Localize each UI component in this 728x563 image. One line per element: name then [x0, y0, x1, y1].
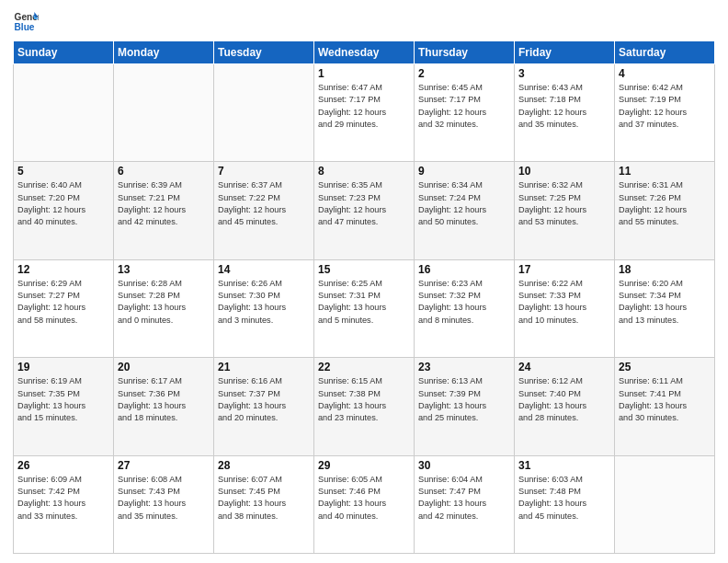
day-cell: 22Sunrise: 6:15 AM Sunset: 7:38 PM Dayli…	[314, 358, 415, 455]
calendar: SundayMondayTuesdayWednesdayThursdayFrid…	[13, 40, 715, 554]
day-number: 10	[518, 165, 610, 178]
day-cell: 5Sunrise: 6:40 AM Sunset: 7:20 PM Daylig…	[14, 162, 114, 259]
day-header-wednesday: Wednesday	[314, 41, 415, 64]
day-number: 13	[118, 263, 210, 276]
day-cell: 18Sunrise: 6:20 AM Sunset: 7:34 PM Dayli…	[615, 259, 715, 357]
page: General Blue SundayMondayTuesdayWednesda…	[0, 0, 728, 563]
day-number: 11	[619, 165, 711, 178]
day-header-sunday: Sunday	[14, 41, 114, 64]
day-info: Sunrise: 6:28 AM Sunset: 7:28 PM Dayligh…	[118, 278, 210, 327]
day-number: 1	[318, 67, 410, 80]
day-info: Sunrise: 6:15 AM Sunset: 7:38 PM Dayligh…	[318, 375, 410, 424]
day-cell: 6Sunrise: 6:39 AM Sunset: 7:21 PM Daylig…	[114, 162, 214, 259]
day-info: Sunrise: 6:47 AM Sunset: 7:17 PM Dayligh…	[318, 82, 410, 131]
week-row-2: 5Sunrise: 6:40 AM Sunset: 7:20 PM Daylig…	[14, 162, 715, 259]
day-cell	[615, 455, 715, 553]
day-info: Sunrise: 6:04 AM Sunset: 7:47 PM Dayligh…	[418, 474, 510, 523]
day-number: 18	[619, 263, 711, 276]
day-cell: 4Sunrise: 6:42 AM Sunset: 7:19 PM Daylig…	[615, 64, 715, 162]
day-number: 21	[218, 361, 310, 373]
day-number: 31	[518, 459, 610, 472]
day-info: Sunrise: 6:45 AM Sunset: 7:17 PM Dayligh…	[418, 82, 510, 131]
day-number: 20	[118, 361, 210, 373]
day-info: Sunrise: 6:07 AM Sunset: 7:45 PM Dayligh…	[218, 474, 310, 523]
day-cell: 21Sunrise: 6:16 AM Sunset: 7:37 PM Dayli…	[214, 358, 314, 455]
day-cell: 8Sunrise: 6:35 AM Sunset: 7:23 PM Daylig…	[314, 162, 415, 259]
day-info: Sunrise: 6:08 AM Sunset: 7:43 PM Dayligh…	[118, 474, 210, 523]
day-number: 17	[518, 263, 610, 276]
day-info: Sunrise: 6:26 AM Sunset: 7:30 PM Dayligh…	[218, 278, 310, 327]
day-cell: 16Sunrise: 6:23 AM Sunset: 7:32 PM Dayli…	[415, 259, 515, 357]
week-row-3: 12Sunrise: 6:29 AM Sunset: 7:27 PM Dayli…	[14, 259, 715, 357]
day-cell: 28Sunrise: 6:07 AM Sunset: 7:45 PM Dayli…	[214, 455, 314, 553]
day-info: Sunrise: 6:17 AM Sunset: 7:36 PM Dayligh…	[118, 375, 210, 424]
day-number: 9	[418, 165, 510, 178]
day-number: 8	[318, 165, 410, 178]
day-info: Sunrise: 6:42 AM Sunset: 7:19 PM Dayligh…	[619, 82, 711, 131]
day-number: 4	[619, 67, 711, 80]
day-number: 12	[17, 263, 109, 276]
day-info: Sunrise: 6:39 AM Sunset: 7:21 PM Dayligh…	[118, 179, 210, 228]
day-number: 29	[318, 459, 410, 472]
day-cell: 23Sunrise: 6:13 AM Sunset: 7:39 PM Dayli…	[415, 358, 515, 455]
day-cell	[114, 64, 214, 162]
day-number: 22	[318, 361, 410, 373]
day-number: 3	[518, 67, 610, 80]
svg-text:Blue: Blue	[15, 22, 35, 32]
day-number: 27	[118, 459, 210, 472]
day-info: Sunrise: 6:19 AM Sunset: 7:35 PM Dayligh…	[17, 375, 109, 424]
day-cell: 30Sunrise: 6:04 AM Sunset: 7:47 PM Dayli…	[415, 455, 515, 553]
day-info: Sunrise: 6:34 AM Sunset: 7:24 PM Dayligh…	[418, 179, 510, 228]
day-info: Sunrise: 6:32 AM Sunset: 7:25 PM Dayligh…	[518, 179, 610, 228]
day-cell: 15Sunrise: 6:25 AM Sunset: 7:31 PM Dayli…	[314, 259, 415, 357]
day-number: 26	[17, 459, 109, 472]
day-number: 24	[518, 361, 610, 373]
day-number: 6	[118, 165, 210, 178]
logo: General Blue	[13, 9, 39, 35]
day-info: Sunrise: 6:23 AM Sunset: 7:32 PM Dayligh…	[418, 278, 510, 327]
day-number: 23	[418, 361, 510, 373]
day-cell: 11Sunrise: 6:31 AM Sunset: 7:26 PM Dayli…	[615, 162, 715, 259]
day-cell: 1Sunrise: 6:47 AM Sunset: 7:17 PM Daylig…	[314, 64, 415, 162]
day-cell: 13Sunrise: 6:28 AM Sunset: 7:28 PM Dayli…	[114, 259, 214, 357]
day-cell: 17Sunrise: 6:22 AM Sunset: 7:33 PM Dayli…	[515, 259, 615, 357]
day-number: 14	[218, 263, 310, 276]
day-cell: 20Sunrise: 6:17 AM Sunset: 7:36 PM Dayli…	[114, 358, 214, 455]
day-cell: 31Sunrise: 6:03 AM Sunset: 7:48 PM Dayli…	[515, 455, 615, 553]
day-number: 16	[418, 263, 510, 276]
day-cell	[14, 64, 114, 162]
day-info: Sunrise: 6:05 AM Sunset: 7:46 PM Dayligh…	[318, 474, 410, 523]
day-cell: 25Sunrise: 6:11 AM Sunset: 7:41 PM Dayli…	[615, 358, 715, 455]
day-info: Sunrise: 6:16 AM Sunset: 7:37 PM Dayligh…	[218, 375, 310, 424]
day-header-monday: Monday	[114, 41, 214, 64]
day-cell: 10Sunrise: 6:32 AM Sunset: 7:25 PM Dayli…	[515, 162, 615, 259]
day-info: Sunrise: 6:37 AM Sunset: 7:22 PM Dayligh…	[218, 179, 310, 228]
week-row-1: 1Sunrise: 6:47 AM Sunset: 7:17 PM Daylig…	[14, 64, 715, 162]
day-info: Sunrise: 6:22 AM Sunset: 7:33 PM Dayligh…	[518, 278, 610, 327]
generalblue-icon: General Blue	[13, 9, 39, 35]
day-number: 30	[418, 459, 510, 472]
day-cell: 3Sunrise: 6:43 AM Sunset: 7:18 PM Daylig…	[515, 64, 615, 162]
day-cell: 26Sunrise: 6:09 AM Sunset: 7:42 PM Dayli…	[14, 455, 114, 553]
week-row-4: 19Sunrise: 6:19 AM Sunset: 7:35 PM Dayli…	[14, 358, 715, 455]
day-info: Sunrise: 6:13 AM Sunset: 7:39 PM Dayligh…	[418, 375, 510, 424]
days-header-row: SundayMondayTuesdayWednesdayThursdayFrid…	[14, 41, 715, 64]
day-header-tuesday: Tuesday	[214, 41, 314, 64]
day-info: Sunrise: 6:35 AM Sunset: 7:23 PM Dayligh…	[318, 179, 410, 228]
day-cell: 27Sunrise: 6:08 AM Sunset: 7:43 PM Dayli…	[114, 455, 214, 553]
day-cell: 2Sunrise: 6:45 AM Sunset: 7:17 PM Daylig…	[415, 64, 515, 162]
day-header-saturday: Saturday	[615, 41, 715, 64]
day-number: 2	[418, 67, 510, 80]
day-info: Sunrise: 6:11 AM Sunset: 7:41 PM Dayligh…	[619, 375, 711, 424]
day-info: Sunrise: 6:09 AM Sunset: 7:42 PM Dayligh…	[17, 474, 109, 523]
day-number: 19	[17, 361, 109, 373]
day-number: 28	[218, 459, 310, 472]
day-info: Sunrise: 6:43 AM Sunset: 7:18 PM Dayligh…	[518, 82, 610, 131]
day-info: Sunrise: 6:31 AM Sunset: 7:26 PM Dayligh…	[619, 179, 711, 228]
day-number: 15	[318, 263, 410, 276]
day-cell: 7Sunrise: 6:37 AM Sunset: 7:22 PM Daylig…	[214, 162, 314, 259]
day-info: Sunrise: 6:20 AM Sunset: 7:34 PM Dayligh…	[619, 278, 711, 327]
day-header-friday: Friday	[515, 41, 615, 64]
day-info: Sunrise: 6:29 AM Sunset: 7:27 PM Dayligh…	[17, 278, 109, 327]
day-info: Sunrise: 6:12 AM Sunset: 7:40 PM Dayligh…	[518, 375, 610, 424]
